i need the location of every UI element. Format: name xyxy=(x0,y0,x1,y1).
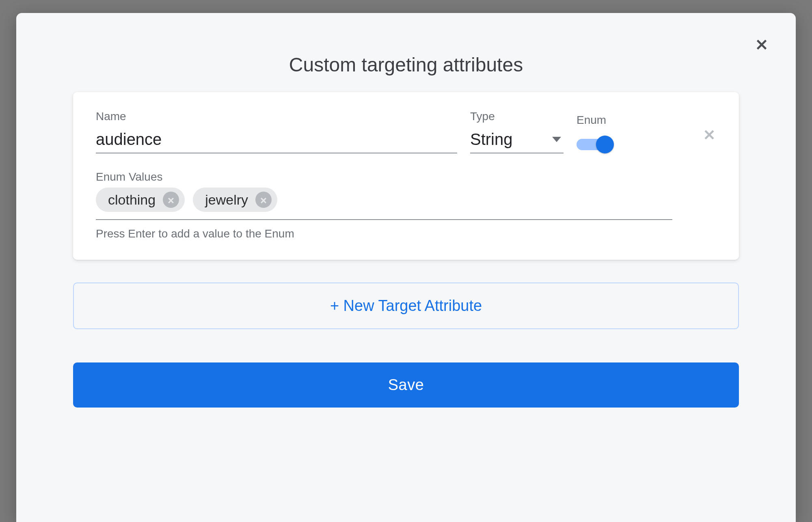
enum-toggle[interactable] xyxy=(577,136,614,153)
type-field: Type String xyxy=(470,110,564,153)
modal-title: Custom targeting attributes xyxy=(16,54,796,76)
remove-attribute-button[interactable] xyxy=(702,128,716,143)
enum-hint: Press Enter to add a value to the Enum xyxy=(96,227,716,240)
type-label: Type xyxy=(470,110,564,123)
attribute-card: Name Type String Enum xyxy=(73,92,739,260)
name-input[interactable] xyxy=(96,128,457,153)
new-target-attribute-button[interactable]: + New Target Attribute xyxy=(73,283,739,329)
save-button[interactable]: Save xyxy=(73,362,739,408)
chip-remove-button[interactable] xyxy=(163,192,179,208)
modal-content: Name Type String Enum xyxy=(16,76,796,432)
type-select[interactable]: String xyxy=(470,128,564,153)
enum-values-input[interactable]: clothing jewelry xyxy=(96,183,672,220)
chip-remove-button[interactable] xyxy=(255,192,272,208)
enum-chip: clothing xyxy=(96,188,185,212)
close-icon xyxy=(702,136,716,143)
close-button[interactable] xyxy=(752,36,771,55)
close-icon xyxy=(259,192,268,208)
custom-targeting-modal: Custom targeting attributes Name Type St… xyxy=(16,13,796,522)
type-select-value: String xyxy=(470,130,513,149)
chip-label: jewelry xyxy=(205,192,248,208)
attribute-row: Name Type String Enum xyxy=(96,110,716,153)
enum-chip: jewelry xyxy=(193,188,277,212)
enum-label: Enum xyxy=(577,114,606,127)
background-page xyxy=(0,0,16,522)
close-icon xyxy=(167,192,175,208)
close-icon xyxy=(754,37,769,54)
name-label: Name xyxy=(96,110,457,123)
enum-values-section: Enum Values clothing jewelry xyxy=(96,170,716,240)
toggle-knob xyxy=(596,136,614,153)
enum-field: Enum xyxy=(577,114,633,153)
chip-label: clothing xyxy=(108,192,155,208)
chevron-down-icon xyxy=(552,137,561,142)
enum-values-label: Enum Values xyxy=(96,170,162,183)
name-field: Name xyxy=(96,110,457,153)
